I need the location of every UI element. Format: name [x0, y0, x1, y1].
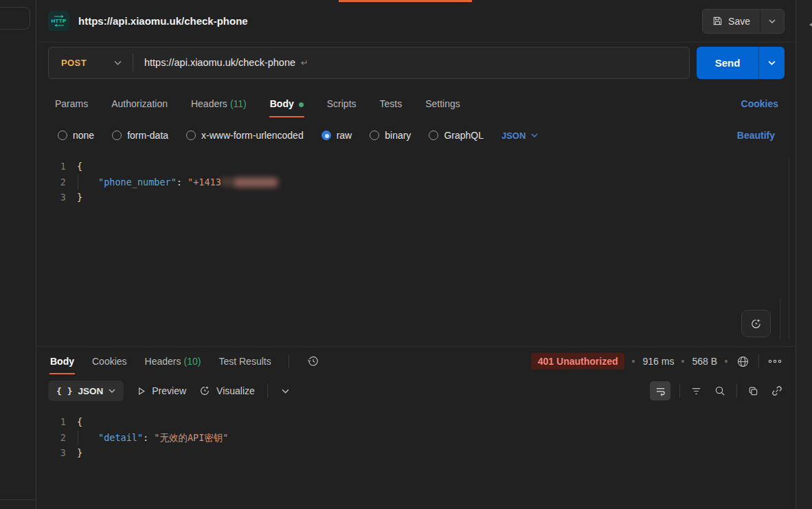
radio-icon — [58, 131, 67, 140]
braces-icon: { } — [56, 386, 72, 396]
left-sidebar — [0, 0, 36, 509]
wrap-text-icon — [655, 385, 666, 397]
raw-language-dropdown[interactable]: JSON — [501, 131, 538, 141]
collapse-arrow-icon[interactable] — [809, 21, 812, 29]
body-mode-binary[interactable]: binary — [370, 130, 411, 141]
response-headers-count-badge: (10) — [184, 356, 201, 367]
code-line: 3 } — [37, 190, 796, 205]
enter-key-hint: ↵ — [301, 58, 308, 68]
tab-scripts[interactable]: Scripts — [326, 89, 357, 120]
response-tab-body[interactable]: Body — [49, 348, 75, 374]
dot-separator — [725, 360, 728, 363]
url-input[interactable]: https://api.xiaomu.uk/check-phone — [144, 57, 295, 68]
search-button[interactable] — [712, 383, 728, 398]
body-mode-graphql[interactable]: GraphQL — [429, 130, 484, 141]
request-tabs-bar: Params Authorization Headers(11) Body Sc… — [37, 82, 796, 120]
view-options-button[interactable] — [280, 387, 291, 395]
tab-settings[interactable]: Settings — [425, 89, 461, 120]
line-number: 3 — [37, 190, 77, 205]
tab-params[interactable]: Params — [54, 89, 89, 120]
http-badge-label: HTTP — [51, 18, 66, 24]
clock-history-icon — [307, 355, 319, 367]
code-text: } — [77, 190, 82, 205]
cookies-link[interactable]: Cookies — [741, 98, 778, 120]
divider — [736, 384, 737, 398]
code-text: "phone_number": "+141355 — [78, 174, 278, 190]
tab-body[interactable]: Body — [269, 89, 304, 120]
response-body-editor[interactable]: 1 { 2 "detail": "无效的API密钥" 3 } — [37, 406, 796, 509]
request-url-bar: POST https://api.xiaomu.uk/check-phone ↵… — [37, 43, 796, 82]
request-body-editor[interactable]: 1 { 2 "phone_number": "+141355 3 } — [37, 150, 796, 346]
wrap-text-button[interactable] — [650, 381, 670, 400]
code-line: 1 { — [37, 414, 796, 430]
code-text: { — [77, 159, 82, 174]
line-number: 1 — [37, 159, 77, 174]
main-panel: HTTP https://api.xiaomu.uk/check-phone S… — [37, 0, 796, 509]
chevron-down-icon — [531, 133, 538, 137]
response-status-group: 401 Unauthorized 916 ms 568 B — [531, 353, 783, 370]
network-info-button[interactable] — [735, 354, 751, 370]
body-mode-none[interactable]: none — [58, 130, 94, 141]
raw-language-value: JSON — [501, 131, 526, 141]
chevron-down-icon — [109, 389, 115, 393]
divider — [267, 384, 268, 398]
editor-scrollbar-secondary[interactable] — [780, 298, 780, 339]
response-time[interactable]: 916 ms — [642, 356, 674, 367]
search-icon — [714, 385, 726, 397]
json-key: "phone_number" — [98, 177, 177, 188]
response-format-value: JSON — [78, 386, 103, 396]
preview-button[interactable]: Preview — [136, 385, 186, 396]
response-format-dropdown[interactable]: { } JSON — [48, 381, 124, 401]
body-mode-form-data[interactable]: form-data — [112, 130, 168, 141]
method-selector-value[interactable]: POST — [49, 58, 96, 68]
body-mode-raw[interactable]: raw — [322, 130, 352, 141]
response-tab-test-results[interactable]: Test Results — [218, 348, 271, 374]
save-options-button[interactable] — [760, 10, 784, 33]
body-mode-urlencoded[interactable]: x-www-form-urlencoded — [186, 130, 304, 141]
body-modified-dot — [299, 102, 304, 107]
copy-response-button[interactable] — [746, 384, 760, 398]
save-button[interactable]: Save — [703, 10, 760, 33]
globe-icon — [736, 355, 749, 368]
response-toolbar: { } JSON Preview — [37, 376, 796, 406]
editor-scrollbar[interactable] — [789, 159, 789, 339]
divider — [289, 354, 289, 368]
code-line: 3 } — [37, 445, 796, 461]
send-options-button[interactable] — [758, 47, 785, 79]
save-button-label: Save — [728, 16, 750, 27]
body-mode-bar: none form-data x-www-form-urlencoded raw… — [37, 120, 796, 150]
tab-headers[interactable]: Headers(11) — [190, 89, 247, 120]
code-text: } — [77, 445, 82, 461]
radio-icon — [186, 131, 196, 140]
ellipsis-icon — [768, 359, 782, 363]
code-text: "detail": "无效的API密钥" — [78, 430, 228, 446]
code-line: 1 { — [37, 159, 796, 174]
json-value-visible: "+1413 — [188, 177, 221, 188]
sidebar-footer — [0, 499, 36, 509]
link-button[interactable] — [769, 383, 785, 398]
code-line: 2 "phone_number": "+141355 — [37, 174, 796, 190]
visualize-button[interactable]: Visualize — [199, 385, 255, 397]
chevron-down-icon — [282, 389, 289, 394]
filter-button[interactable] — [689, 384, 703, 398]
code-text: { — [77, 414, 82, 430]
response-tab-cookies[interactable]: Cookies — [91, 348, 128, 374]
chevron-down-icon — [769, 19, 776, 23]
response-more-actions-button[interactable] — [767, 358, 783, 365]
response-tab-headers[interactable]: Headers(10) — [144, 348, 202, 374]
status-badge[interactable]: 401 Unauthorized — [531, 353, 625, 370]
beautify-link[interactable]: Beautify — [737, 130, 775, 141]
headers-count-badge: (11) — [230, 98, 247, 109]
method-chevron-down-icon[interactable] — [114, 60, 133, 65]
link-icon — [771, 385, 783, 397]
sidebar-cropped-panel — [0, 7, 30, 30]
save-split-button: Save — [702, 9, 785, 34]
redacted-value-block — [234, 178, 278, 187]
send-button[interactable]: Send — [697, 47, 758, 79]
tab-tests[interactable]: Tests — [379, 89, 403, 120]
tab-authorization[interactable]: Authorization — [111, 89, 168, 120]
postbot-button[interactable] — [741, 310, 771, 337]
copy-icon — [747, 385, 759, 397]
response-size[interactable]: 568 B — [692, 356, 717, 367]
response-history-button[interactable] — [306, 354, 321, 369]
